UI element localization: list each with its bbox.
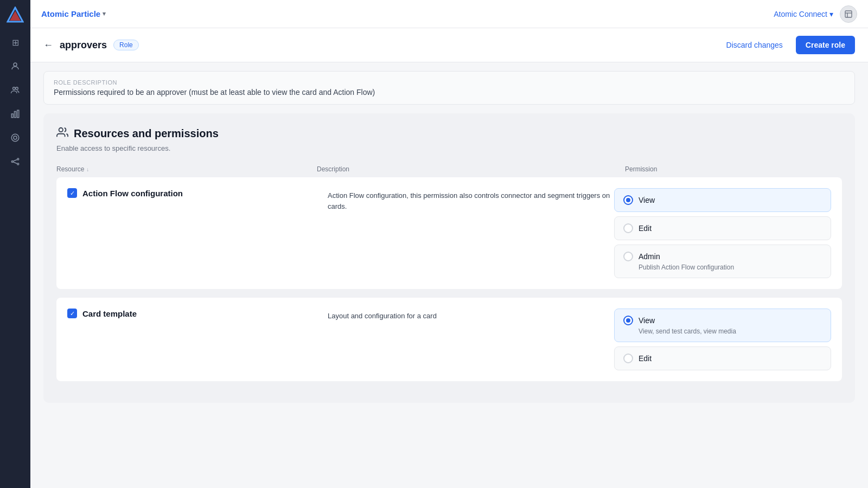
permission-edit[interactable]: Edit bbox=[614, 216, 831, 240]
back-button[interactable]: ← bbox=[43, 40, 53, 51]
card-template-description: Layout and configuration for a card bbox=[328, 309, 614, 322]
user-avatar[interactable] bbox=[840, 5, 857, 23]
svg-point-2 bbox=[14, 63, 17, 66]
create-role-button[interactable]: Create role bbox=[796, 36, 855, 54]
svg-point-9 bbox=[14, 136, 17, 139]
permission-view-card[interactable]: View View, send test cards, view media bbox=[614, 309, 831, 342]
radio-view-card bbox=[623, 316, 633, 325]
svg-point-11 bbox=[17, 158, 19, 160]
resource-name-cell: ✓ Card template bbox=[67, 309, 328, 318]
sidebar-item-team[interactable] bbox=[5, 80, 25, 100]
sidebar: ⊞ bbox=[0, 0, 30, 488]
svg-point-8 bbox=[11, 134, 19, 142]
sidebar-item-flow[interactable] bbox=[5, 152, 25, 171]
col-description: Description bbox=[317, 165, 625, 173]
permission-view[interactable]: View bbox=[614, 188, 831, 212]
col-permission: Permission bbox=[625, 165, 842, 173]
sidebar-item-analytics[interactable] bbox=[5, 104, 25, 124]
view-card-sublabel: View, send test cards, view media bbox=[639, 328, 822, 335]
radio-view bbox=[623, 195, 633, 205]
edit-card-label: Edit bbox=[639, 354, 652, 363]
svg-point-18 bbox=[59, 128, 63, 132]
topnav-right: Atomic Connect ▾ bbox=[774, 5, 857, 23]
radio-edit-card bbox=[623, 354, 633, 363]
resources-header: Resources and permissions bbox=[56, 126, 842, 141]
card-template-permissions: View View, send test cards, view media E… bbox=[614, 309, 831, 370]
radio-edit bbox=[623, 223, 633, 233]
action-flow-checkbox[interactable]: ✓ bbox=[67, 188, 77, 198]
discard-changes-button[interactable]: Discard changes bbox=[720, 36, 789, 54]
resources-icon bbox=[56, 126, 68, 141]
resources-section: Resources and permissions Enable access … bbox=[43, 113, 855, 403]
sidebar-item-user[interactable] bbox=[5, 56, 25, 76]
brand-chevron-icon: ▾ bbox=[103, 10, 106, 17]
col-resource: Resource ↓ bbox=[56, 165, 317, 173]
svg-point-3 bbox=[13, 87, 16, 90]
table-row: ✓ Action Flow configuration Action Flow … bbox=[56, 177, 842, 289]
permission-edit-card[interactable]: Edit bbox=[614, 346, 831, 370]
role-desc-label: Role description bbox=[54, 79, 845, 86]
content-area: ← approvers Role Discard changes Create … bbox=[30, 28, 868, 488]
role-desc-text: Permissions required to be an approver (… bbox=[54, 88, 845, 97]
action-flow-permissions: View Edit bbox=[614, 188, 831, 278]
edit-label: Edit bbox=[639, 224, 652, 233]
resources-subtitle: Enable access to specific resources. bbox=[56, 144, 842, 152]
sidebar-logo bbox=[7, 7, 24, 24]
svg-point-10 bbox=[11, 161, 13, 163]
table-row: ✓ Card template Layout and configuration… bbox=[56, 298, 842, 381]
view-label: View bbox=[639, 196, 655, 204]
sidebar-item-home[interactable]: ⊞ bbox=[5, 33, 25, 52]
svg-line-13 bbox=[13, 159, 17, 161]
sort-icon: ↓ bbox=[86, 166, 89, 172]
action-flow-name: Action Flow configuration bbox=[82, 189, 183, 198]
resources-title: Resources and permissions bbox=[74, 127, 219, 140]
atomic-connect-link[interactable]: Atomic Connect ▾ bbox=[774, 10, 833, 18]
role-description-banner: Role description Permissions required to… bbox=[43, 71, 855, 105]
svg-rect-7 bbox=[17, 110, 19, 118]
svg-line-14 bbox=[13, 162, 17, 164]
connect-chevron-icon: ▾ bbox=[829, 10, 833, 18]
svg-point-4 bbox=[16, 87, 18, 90]
card-template-name: Card template bbox=[82, 309, 137, 318]
role-badge: Role bbox=[113, 40, 139, 50]
admin-sublabel: Publish Action Flow configuration bbox=[639, 264, 822, 271]
table-header: Resource ↓ Description Permission bbox=[56, 163, 842, 177]
brand-name[interactable]: Atomic Particle ▾ bbox=[41, 9, 106, 18]
svg-rect-15 bbox=[845, 11, 852, 17]
action-flow-description: Action Flow configuration, this permissi… bbox=[328, 188, 614, 211]
svg-point-12 bbox=[17, 163, 19, 165]
admin-label: Admin bbox=[639, 252, 660, 261]
view-card-label: View bbox=[639, 316, 655, 325]
svg-rect-6 bbox=[15, 112, 16, 118]
page-title: approvers bbox=[60, 40, 107, 51]
svg-rect-5 bbox=[11, 114, 13, 118]
card-template-checkbox[interactable]: ✓ bbox=[67, 309, 77, 318]
header-actions: Discard changes Create role bbox=[720, 36, 855, 54]
resource-name-cell: ✓ Action Flow configuration bbox=[67, 188, 328, 198]
radio-admin bbox=[623, 252, 633, 261]
page-header: ← approvers Role Discard changes Create … bbox=[30, 28, 868, 62]
permission-admin[interactable]: Admin Publish Action Flow configuration bbox=[614, 245, 831, 278]
topnav: Atomic Particle ▾ Atomic Connect ▾ bbox=[30, 0, 868, 28]
sidebar-item-circle[interactable] bbox=[5, 128, 25, 147]
